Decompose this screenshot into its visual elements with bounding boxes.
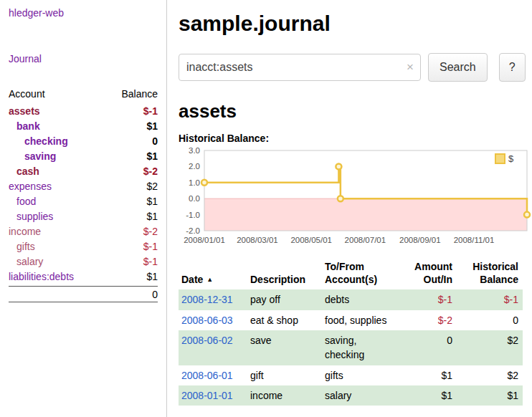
sidebar-account-link[interactable]: income <box>9 226 41 237</box>
chart-title: Historical Balance: <box>179 133 532 144</box>
register-cell-date: 2008-06-03 <box>179 310 247 330</box>
register-row: 2008-06-03eat & shopfood, supplies$-20 <box>179 310 523 330</box>
register-cell-date: 2008-12-31 <box>179 289 247 310</box>
accounts-table-header: Account Balance <box>9 86 158 103</box>
register-cell-description: eat & shop <box>247 310 322 330</box>
register-table: Date▲ Description To/From Account(s) Amo… <box>179 259 523 406</box>
hledger-web-app: hledger-web Journal Account Balance asse… <box>0 0 532 417</box>
register-cell-balance: $2 <box>457 365 523 385</box>
accounts-table: Account Balance assets$-1bank$1checking0… <box>9 86 158 302</box>
register-cell-amount: $-2 <box>399 310 457 330</box>
account-row: checking0 <box>9 133 158 148</box>
account-balance: $1 <box>146 150 158 162</box>
search-button[interactable]: Search <box>428 53 488 82</box>
account-row: food$1 <box>9 193 158 208</box>
sidebar-account-link[interactable]: checking <box>9 135 68 147</box>
negative-region <box>204 198 527 231</box>
sidebar: hledger-web Journal Account Balance asse… <box>0 0 167 417</box>
y-tick-label: -1.0 <box>186 211 200 219</box>
search-input[interactable] <box>179 54 421 81</box>
sidebar-account-link[interactable]: supplies <box>9 211 53 222</box>
y-tick-label: 1.0 <box>189 178 200 187</box>
register-cell-date: 2008-06-01 <box>179 365 247 385</box>
sidebar-account-link[interactable]: salary <box>9 256 43 267</box>
sidebar-account-link[interactable]: cash <box>9 166 39 177</box>
transaction-date-link[interactable]: 2008-12-31 <box>181 294 233 305</box>
account-row: assets$-1 <box>9 103 158 118</box>
account-row: liabilities:debts$1 <box>9 269 158 284</box>
sidebar-account-link[interactable]: food <box>9 196 36 207</box>
register-cell-description: save <box>247 330 322 365</box>
accounts-total-row: 0 <box>9 286 158 302</box>
sidebar-account-link[interactable]: gifts <box>9 241 35 252</box>
register-cell-amount: $1 <box>399 385 457 406</box>
register-cell-description: pay off <box>247 289 322 310</box>
account-balance: $1 <box>146 120 158 132</box>
account-balance: $1 <box>146 271 158 282</box>
account-balance: $2 <box>146 181 158 192</box>
register-header-row: Date▲ Description To/From Account(s) Amo… <box>179 259 523 289</box>
data-point-marker <box>201 180 207 186</box>
search-box: × <box>179 54 421 81</box>
search-form: × Search ? <box>179 53 532 82</box>
account-balance: $-1 <box>143 256 158 267</box>
account-row: income$-2 <box>9 224 158 239</box>
account-balance: $-1 <box>143 105 158 117</box>
data-point-marker <box>524 212 530 218</box>
register-cell-balance: 0 <box>457 310 523 330</box>
sort-ascending-icon: ▲ <box>206 276 213 283</box>
transaction-date-link[interactable]: 2008-01-01 <box>181 390 233 401</box>
x-tick-label: 2008/01/01 <box>184 236 225 244</box>
account-row: cash$-2 <box>9 163 158 178</box>
sidebar-account-link[interactable]: expenses <box>9 181 52 192</box>
register-row: 2008-06-01giftgifts$1$2 <box>179 365 523 385</box>
register-cell-date: 2008-06-02 <box>179 330 247 365</box>
register-cell-accounts: salary <box>322 385 399 406</box>
main-content: sample.journal × Search ? assets Histori… <box>167 0 532 417</box>
account-balance: $-2 <box>143 226 158 237</box>
legend-swatch <box>495 154 505 163</box>
clear-search-icon[interactable]: × <box>407 61 414 73</box>
data-point-marker <box>338 196 343 201</box>
help-button[interactable]: ? <box>499 53 526 82</box>
sidebar-account-link[interactable]: liabilities:debts <box>9 271 74 282</box>
register-cell-date: 2008-01-01 <box>179 385 247 406</box>
account-balance: $-2 <box>143 166 158 177</box>
register-header-accounts: To/From Account(s) <box>322 259 399 289</box>
register-row: 2008-12-31pay offdebts$-1$-1 <box>179 289 523 310</box>
sidebar-item-journal[interactable]: Journal <box>9 53 159 64</box>
account-row: expenses$2 <box>9 178 158 193</box>
transaction-date-link[interactable]: 2008-06-02 <box>181 335 233 346</box>
account-balance: $1 <box>146 211 158 222</box>
accounts-list: assets$-1bank$1checking0saving$1cash$-2e… <box>9 103 158 284</box>
x-tick-label: 2008/03/01 <box>237 236 278 244</box>
register-cell-accounts: saving, checking <box>322 330 399 365</box>
register-cell-balance: $-1 <box>457 289 523 310</box>
sidebar-account-link[interactable]: bank <box>9 120 40 132</box>
register-cell-accounts: food, supplies <box>322 310 399 330</box>
register-header-balance: Historical Balance <box>457 259 523 289</box>
x-tick-label: 2008/05/01 <box>290 236 332 244</box>
register-cell-accounts: debts <box>322 289 399 310</box>
account-row: salary$-1 <box>9 254 158 269</box>
y-tick-label: 0.0 <box>189 194 200 203</box>
register-cell-description: gift <box>247 365 322 385</box>
register-header-amount: Amount Out/In <box>399 259 457 289</box>
sidebar-account-link[interactable]: saving <box>9 150 56 162</box>
transaction-date-link[interactable]: 2008-06-01 <box>181 370 233 381</box>
account-balance: $-1 <box>143 241 158 252</box>
register-header-date[interactable]: Date▲ <box>179 259 247 289</box>
data-point-marker <box>336 163 341 169</box>
register-header-description: Description <box>247 259 322 289</box>
x-tick-label: 2008/09/01 <box>399 236 441 244</box>
app-title-link[interactable]: hledger-web <box>9 7 159 19</box>
sidebar-account-link[interactable]: assets <box>9 105 40 117</box>
transaction-date-link[interactable]: 2008-06-03 <box>181 315 233 326</box>
account-balance: 0 <box>152 135 158 147</box>
account-row: supplies$1 <box>9 208 158 224</box>
accounts-total-value: 0 <box>152 289 158 300</box>
accounts-header-account: Account <box>9 88 45 100</box>
register-row: 2008-06-02savesaving, checking0$2 <box>179 330 523 365</box>
account-heading: assets <box>179 100 532 123</box>
accounts-header-balance: Balance <box>121 88 158 100</box>
